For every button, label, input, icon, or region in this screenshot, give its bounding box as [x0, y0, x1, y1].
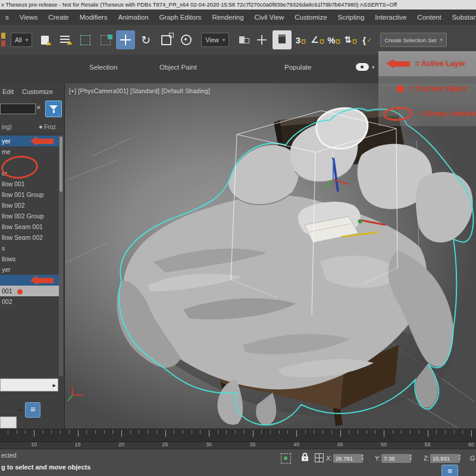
select-object-icon[interactable]: [35, 30, 54, 49]
z-spinner[interactable]: ▴▾: [459, 453, 461, 461]
table-row[interactable]: yer: [0, 136, 60, 146]
timeline-frame-label: 30: [206, 441, 212, 447]
viewport-label[interactable]: [+] [PhysCamera001] [Standard] [Default …: [69, 88, 210, 95]
z-coordinate-field[interactable]: 15.931: [430, 454, 460, 463]
x-coordinate-label: X:: [326, 455, 332, 462]
scrollbar-thumb[interactable]: [60, 137, 62, 192]
select-by-name-icon[interactable]: [55, 30, 74, 49]
table-row[interactable]: llow Seam 002: [0, 232, 60, 243]
menu-item-s[interactable]: s: [0, 14, 14, 21]
display-mode-button[interactable]: ≡: [25, 402, 40, 418]
timeline-track[interactable]: [0, 428, 476, 442]
menu-item-scripting[interactable]: Scripting: [333, 14, 370, 21]
timeline-tick: [60, 430, 61, 434]
menu-item-interactive[interactable]: Interactive: [369, 14, 412, 21]
select-and-rotate-icon[interactable]: ↻: [136, 30, 155, 49]
menu-item-customize[interactable]: Customize: [22, 88, 53, 95]
timeline-tick: [86, 430, 87, 434]
timeline[interactable]: 1015202530354045505560: [0, 428, 476, 449]
clear-search-icon[interactable]: ×: [36, 103, 41, 112]
table-row[interactable]: llow 002 Group: [0, 211, 60, 221]
status-prompt: g to select and move objects: [1, 464, 90, 471]
lock-icon[interactable]: [301, 452, 309, 462]
timeline-tick: [349, 430, 349, 434]
ribbon-visibility-control[interactable]: ▾: [356, 63, 375, 71]
tab-selection[interactable]: Selection: [89, 64, 117, 71]
table-row[interactable]: yer: [0, 264, 60, 275]
horizontal-scrollbar[interactable]: ▸: [0, 378, 58, 392]
create-selection-set-dropdown[interactable]: Create Selection Set▾: [380, 33, 447, 47]
timeline-tick: [471, 430, 472, 437]
grid-label: G: [470, 455, 475, 462]
filter-button[interactable]: [45, 101, 62, 117]
timeline-tick: [17, 430, 17, 434]
table-row[interactable]: 001: [0, 286, 60, 296]
timeline-tick: [410, 430, 411, 434]
x-coordinate-field[interactable]: 26.781: [333, 454, 363, 463]
menu-item-views[interactable]: Views: [14, 14, 43, 21]
rectangular-selection-region-icon[interactable]: [76, 30, 95, 49]
menu-item-substance[interactable]: Substance: [447, 14, 476, 21]
table-row[interactable]: llow 001: [0, 178, 60, 189]
isolate-selection-button[interactable]: ≡: [441, 465, 458, 476]
timeline-tick: [253, 430, 253, 437]
arrow-icon: [394, 61, 410, 67]
table-row[interactable]: 002: [0, 296, 60, 307]
window-crossing-icon[interactable]: [96, 30, 115, 49]
menu-item-modifiers[interactable]: Modifiers: [74, 14, 113, 21]
menu-item-create[interactable]: Create: [43, 14, 74, 21]
timeline-tick: [95, 430, 96, 434]
scroll-right-icon[interactable]: ▸: [52, 381, 56, 389]
timeline-tick: [454, 430, 455, 434]
menu-item-content[interactable]: Content: [412, 14, 446, 21]
menu-item-animation[interactable]: Animation: [112, 14, 154, 21]
table-row[interactable]: llows: [0, 253, 60, 264]
percent-snap-icon[interactable]: %Ω: [325, 30, 342, 49]
keyboard-shortcut-override-icon[interactable]: [273, 30, 292, 49]
timeline-tick: [104, 430, 105, 434]
menu-bar: sViewsCreateModifiersAnimationGraph Edit…: [0, 10, 476, 26]
table-row[interactable]: me: [0, 146, 60, 157]
select-and-scale-icon[interactable]: [156, 30, 176, 49]
absolute-mode-grid-icon[interactable]: [315, 453, 324, 462]
selection-region-status-icon[interactable]: [281, 453, 291, 464]
table-row[interactable]: s: [0, 243, 60, 253]
timeline-tick: [174, 430, 174, 434]
table-row[interactable]: llow Seam 001: [0, 221, 60, 232]
menu-item-edit[interactable]: Edit: [2, 88, 14, 95]
collapse-left-icon[interactable]: ◂: [18, 406, 21, 412]
tab-populate[interactable]: Populate: [284, 64, 311, 71]
vertical-scrollbar[interactable]: [59, 136, 63, 376]
menu-item-rendering[interactable]: Rendering: [207, 14, 249, 21]
legend-label: = Group container: [418, 109, 476, 118]
snap-toggle-3d-icon[interactable]: 3Ω: [292, 30, 309, 49]
table-row[interactable]: llow 002: [0, 200, 60, 211]
timeline-tick: [393, 430, 393, 434]
select-and-place-icon[interactable]: [177, 30, 196, 49]
search-input[interactable]: [0, 104, 36, 114]
table-row[interactable]: llow 001 Group: [0, 189, 60, 200]
menu-item-customize[interactable]: Customize: [289, 14, 332, 21]
column-header-frozen[interactable]: Froz: [39, 124, 56, 130]
timeline-frame-label: 10: [31, 441, 37, 447]
table-row[interactable]: [0, 275, 60, 286]
select-and-move-icon[interactable]: [116, 30, 135, 49]
select-and-manipulate-icon[interactable]: [252, 30, 271, 49]
angle-snap-icon[interactable]: ∠Ω: [309, 30, 325, 49]
y-spinner[interactable]: ▴▾: [410, 453, 412, 461]
named-selection-sets-icon[interactable]: {✓: [359, 30, 375, 49]
spinner-snap-icon[interactable]: ⇅Ω: [342, 30, 359, 49]
legend-label: = Active Layer: [415, 60, 466, 68]
menu-item-graph-editors[interactable]: Graph Editors: [154, 14, 207, 21]
x-spinner[interactable]: ▴▾: [362, 453, 364, 461]
timeline-tick: [279, 430, 280, 434]
timeline-frame-label: 50: [381, 441, 387, 447]
selection-filter-dropdown[interactable]: All▾: [11, 33, 32, 47]
menu-item-civil-view[interactable]: Civil View: [249, 14, 290, 21]
y-coordinate-field[interactable]: 7.35: [381, 454, 411, 463]
tab-object-paint[interactable]: Object Paint: [159, 64, 197, 71]
reference-coordinate-dropdown[interactable]: View▾: [201, 33, 229, 47]
use-pivot-point-icon[interactable]: [232, 30, 251, 49]
viewport[interactable]: [+] [PhysCamera001] [Standard] [Default …: [64, 83, 476, 428]
column-header-name[interactable]: ing): [2, 124, 12, 130]
